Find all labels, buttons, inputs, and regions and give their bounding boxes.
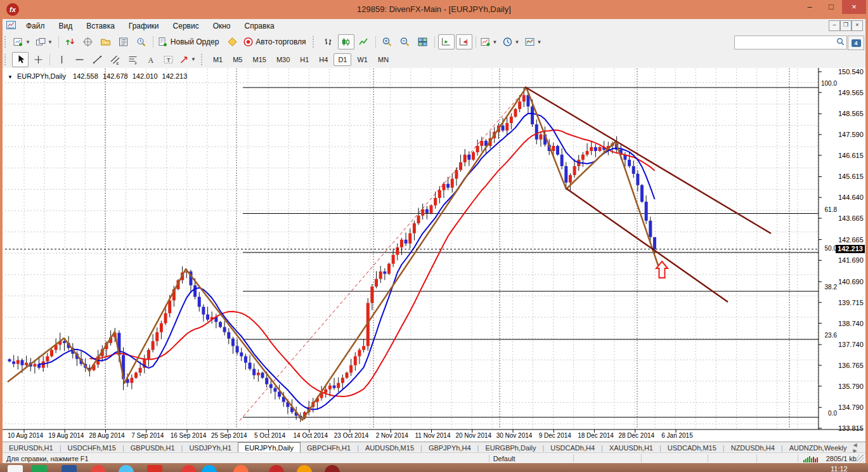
menu-вид[interactable]: Вид — [52, 20, 80, 33]
auto-scroll-button[interactable] — [438, 34, 455, 49]
close-button[interactable]: × — [842, 0, 866, 14]
taskbar-icon[interactable] — [147, 465, 162, 472]
indicators-button[interactable]: ▼ — [479, 34, 500, 49]
market-watch-button[interactable] — [62, 34, 79, 49]
timeframe-h4-button[interactable]: H4 — [314, 53, 332, 66]
mdi-restore-button[interactable]: ❐ — [840, 20, 852, 31]
taskbar-icon[interactable] — [62, 465, 77, 472]
timeframe-mn-button[interactable]: MN — [373, 53, 393, 66]
new-order-button[interactable]: Новый Ордер — [157, 34, 223, 49]
autotrading-button[interactable]: Авто-торговля — [242, 34, 309, 49]
taskbar-icon[interactable] — [233, 465, 249, 472]
search-icon[interactable] — [834, 37, 846, 48]
chart-shift-button[interactable] — [456, 34, 472, 49]
chevron-down-icon[interactable]: ▼ — [24, 39, 32, 45]
fibonacci-tool-button[interactable]: F — [124, 52, 141, 67]
data-window-button[interactable] — [80, 34, 96, 49]
new-chart-button[interactable]: ▼ — [12, 34, 33, 49]
arrows-tool-button[interactable]: ▼ — [178, 52, 198, 67]
chevron-down-icon[interactable]: ▼ — [491, 39, 499, 45]
menu-окно[interactable]: Окно — [206, 20, 238, 33]
menu-графики[interactable]: Графики — [122, 20, 166, 33]
taskbar-icon[interactable] — [91, 465, 106, 472]
toolbar-grip[interactable] — [313, 36, 316, 48]
timeframe-m1-button[interactable]: M1 — [209, 53, 227, 66]
taskbar-icon[interactable] — [269, 465, 284, 472]
status-profile[interactable]: Default — [489, 455, 573, 462]
zoom-out-button[interactable] — [397, 34, 413, 49]
timeframe-w1-button[interactable]: W1 — [353, 53, 372, 66]
chart-tab-usdcadh-m15[interactable]: USDCADh,M15 — [661, 442, 723, 453]
chevron-down-icon[interactable]: ▼ — [190, 56, 197, 62]
text-tool-button[interactable]: A — [142, 52, 159, 67]
tab-scroll-arrows[interactable]: ◀ ▶ — [853, 442, 866, 453]
chart-tab-nzdusdh-h4[interactable]: NZDUSDh,H4 — [725, 442, 781, 453]
price-chart[interactable] — [3, 68, 865, 442]
menu-файл[interactable]: Файл — [19, 20, 52, 33]
chart-tab-xauusdh-h1[interactable]: XAUUSDh,H1 — [603, 442, 659, 453]
crosshair-tool-button[interactable] — [30, 52, 46, 67]
resize-grip[interactable] — [857, 455, 864, 462]
chart-tab-eurgbph-daily[interactable]: EURGBPh,Daily — [479, 442, 542, 453]
metaeditor-button[interactable] — [224, 34, 240, 49]
taskbar-icon[interactable] — [297, 465, 312, 472]
menu-сервис[interactable]: Сервис — [166, 20, 206, 33]
periods-button[interactable]: ▼ — [501, 34, 522, 49]
taskbar-icon[interactable] — [181, 465, 197, 472]
profiles-button[interactable]: ▼ — [34, 34, 55, 49]
menu-вставка[interactable]: Вставка — [79, 20, 122, 33]
navigator-button[interactable] — [98, 34, 114, 49]
community-chat-button[interactable]: 4 — [848, 36, 864, 50]
taskbar-icon[interactable] — [8, 465, 23, 472]
search-input[interactable] — [735, 39, 834, 46]
toolbar-grip[interactable] — [4, 36, 8, 48]
chart-tab-eurjpyh-daily[interactable]: EURJPYh,Daily — [238, 442, 301, 453]
chart-tab-gbpusdh-h1[interactable]: GBPUSDh,H1 — [124, 442, 181, 453]
mdi-minimize-button[interactable]: – — [829, 20, 840, 31]
taskbar-icon[interactable] — [202, 465, 217, 472]
chart-tab-usdjpyh-h1[interactable]: USDJPYh,H1 — [183, 442, 238, 453]
vertical-line-tool-button[interactable] — [53, 52, 70, 67]
chevron-down-icon[interactable]: ▼ — [535, 39, 543, 45]
chart-system-icon[interactable] — [3, 20, 19, 32]
chart-tab-audnzdh-weekly[interactable]: AUDNZDh,Weekly — [783, 442, 853, 453]
zoom-in-button[interactable] — [379, 34, 396, 49]
strategy-tester-button[interactable] — [133, 34, 150, 49]
chevron-down-icon[interactable]: ▼ — [513, 39, 521, 45]
templates-button[interactable]: ▼ — [523, 34, 544, 49]
toolbar-grip[interactable] — [4, 54, 8, 65]
timeframe-m30-button[interactable]: M30 — [272, 53, 294, 66]
chart-tab-audusdh-m15[interactable]: AUDUSDh,M15 — [359, 442, 420, 453]
chart-window[interactable]: ▼ EURJPYh,Daily 142.558 142.678 142.010 … — [3, 68, 865, 442]
chart-info-line[interactable]: ▼ EURJPYh,Daily 142.558 142.678 142.010 … — [8, 72, 190, 80]
chart-tab-gbpchfh-h1[interactable]: GBPCHFh,H1 — [301, 442, 357, 453]
chart-tab-eurusdh-h1[interactable]: EURUSDh,H1 — [3, 442, 60, 453]
timeframe-m15-button[interactable]: M15 — [248, 53, 270, 66]
horizontal-line-tool-button[interactable] — [71, 52, 87, 67]
minimize-button[interactable]: – — [799, 0, 820, 14]
taskbar-icon[interactable] — [325, 465, 340, 472]
timeframe-d1-button[interactable]: D1 — [334, 53, 351, 66]
chart-tab-usdchfh-m15[interactable]: USDCHFh,M15 — [62, 442, 122, 453]
mdi-close-button[interactable]: × — [852, 20, 863, 31]
timeframe-m5-button[interactable]: M5 — [228, 53, 247, 66]
candlestick-chart-button[interactable] — [338, 34, 354, 49]
menu-справка[interactable]: Справка — [238, 20, 282, 33]
text-label-tool-button[interactable]: T — [160, 52, 176, 67]
windows-taskbar[interactable]: 11:12 — [0, 463, 868, 472]
cursor-tool-button[interactable] — [12, 52, 29, 67]
timeframe-h1-button[interactable]: H1 — [295, 53, 313, 66]
maximize-button[interactable]: □ — [820, 0, 842, 14]
chart-tab-gbpjpyh-h4[interactable]: GBPJPYh,H4 — [422, 442, 477, 453]
tile-windows-button[interactable] — [415, 34, 431, 49]
toolbar-grip[interactable] — [201, 54, 205, 65]
chart-tab-usdcadh-h4[interactable]: USDCADh,H4 — [544, 442, 601, 453]
taskbar-icon[interactable] — [32, 465, 47, 472]
terminal-button[interactable] — [115, 34, 132, 49]
bar-chart-button[interactable] — [320, 34, 337, 49]
line-chart-button[interactable] — [356, 34, 372, 49]
trendline-tool-button[interactable] — [89, 52, 105, 67]
chevron-down-icon[interactable]: ▼ — [46, 39, 54, 45]
chart-dropdown-icon[interactable]: ▼ — [8, 74, 13, 80]
channel-tool-button[interactable]: E — [107, 52, 123, 67]
